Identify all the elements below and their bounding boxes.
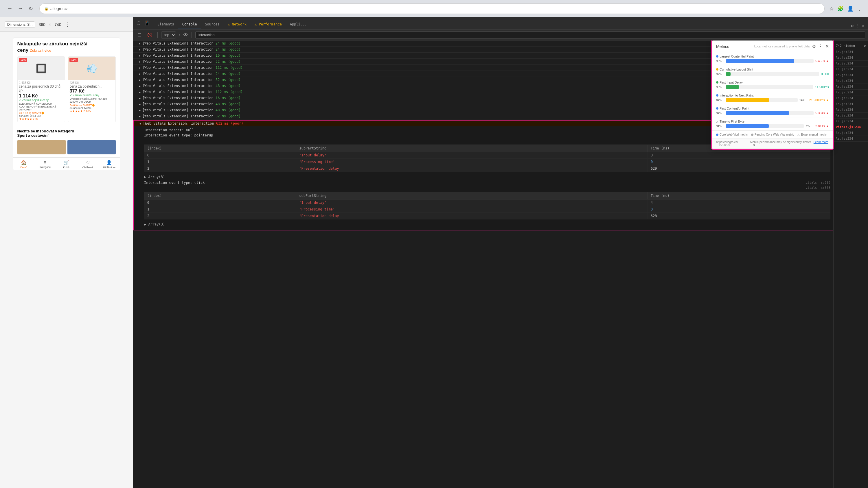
- device-icon[interactable]: 📱: [143, 19, 151, 27]
- context-selector[interactable]: top: [161, 32, 176, 38]
- expand-arrow-main[interactable]: ▼: [140, 122, 141, 125]
- metrics-controls: Local metrics compared to phone field da…: [754, 44, 829, 49]
- right-source-8[interactable]: ls.js:234: [834, 90, 868, 95]
- refresh-button[interactable]: ↻: [27, 5, 35, 13]
- profile-icon[interactable]: 👤: [847, 5, 854, 12]
- more-devtools-icon[interactable]: ⋮: [855, 22, 861, 29]
- nav-cart[interactable]: 🛒 Košík: [56, 160, 77, 169]
- right-source-9[interactable]: ls.js:234: [834, 95, 868, 101]
- expand-arrow-13[interactable]: ▶: [139, 115, 141, 118]
- expand-arrow-5[interactable]: ▶: [139, 66, 141, 69]
- right-source-10[interactable]: ls.js:234: [834, 101, 868, 107]
- tab-console[interactable]: Console: [178, 20, 201, 29]
- right-source-15[interactable]: ls.js:234: [834, 130, 868, 136]
- learn-more-link[interactable]: Learn more: [814, 140, 828, 144]
- log-text-4: [Web Vitals Extension] Interaction 32 ms…: [142, 60, 805, 64]
- lcp-dot: [716, 55, 718, 58]
- right-settings-icon[interactable]: ⚙: [864, 44, 866, 48]
- right-source-11[interactable]: ls.js:234: [834, 107, 868, 113]
- expand-arrow-8[interactable]: ▶: [139, 85, 141, 88]
- nav-buttons: ← → ↻: [6, 5, 35, 13]
- fcp-bar: [726, 111, 789, 115]
- ttfb-bar: [726, 124, 769, 128]
- right-source-13[interactable]: ls.js:234: [834, 119, 868, 124]
- device-dimensions-label[interactable]: Dimensions: S...: [5, 22, 35, 28]
- toolbar-more-icon[interactable]: ⋮: [65, 22, 70, 28]
- fid-dot: [716, 81, 718, 84]
- right-source-3[interactable]: ls.js:234: [834, 61, 868, 66]
- metrics-close-icon[interactable]: ✕: [825, 44, 829, 49]
- t1r0-time: 3: [648, 152, 830, 159]
- back-button[interactable]: ←: [6, 5, 14, 13]
- metrics-settings-icon[interactable]: ⚙: [812, 44, 816, 49]
- right-source-2[interactable]: ls.js:234: [834, 55, 868, 61]
- expand-arrow-6[interactable]: ▶: [139, 72, 141, 75]
- tab-performance[interactable]: ⚠ Performance: [251, 20, 286, 29]
- legend-experimental: △ Experimental metric: [797, 133, 826, 136]
- array-expand-1[interactable]: ▶ Array(3): [144, 174, 830, 180]
- extensions-icon[interactable]: 🧩: [837, 5, 844, 12]
- expand-arrow-7[interactable]: ▶: [139, 78, 141, 82]
- col2-header-1: subPartString: [296, 145, 648, 152]
- nav-categories[interactable]: ≡ Kategorie: [34, 160, 56, 169]
- nav-profile[interactable]: 👤 Přihlásit se: [98, 160, 120, 169]
- col1-header-1: (index): [144, 145, 296, 152]
- expand-arrow-10[interactable]: ▶: [139, 97, 141, 100]
- expand-arrow-4[interactable]: ▶: [139, 60, 141, 63]
- event-type-1-label: Interaction event type: pointerup: [144, 133, 213, 137]
- data-table-2: (index) subPartString Time (ms) 0 'Input…: [144, 192, 830, 220]
- right-source-6[interactable]: ls.js:234: [834, 78, 868, 84]
- metrics-title-area: Metrics: [716, 44, 729, 49]
- inp-value: 216.000ms ▲: [809, 98, 829, 102]
- forward-button[interactable]: →: [16, 5, 24, 13]
- metrics-more-icon[interactable]: ⋮: [818, 44, 823, 49]
- right-source-12[interactable]: ls.js:234: [834, 113, 868, 119]
- nav-home[interactable]: 🏠 Domů: [13, 160, 35, 169]
- tab-network[interactable]: ⚠ Network: [224, 20, 251, 29]
- cls-percentile: 97%: [716, 72, 724, 76]
- inspire-section: Nechte se inspirovat v kategoriiSport a …: [18, 126, 116, 154]
- expand-arrow-12[interactable]: ▶: [139, 109, 141, 112]
- devtools-panel: ⬡ 📱 Elements Console Sources ⚠ Network ⚠…: [133, 18, 868, 488]
- right-source-14[interactable]: vitals.js:234: [834, 124, 868, 130]
- filter-input[interactable]: [195, 32, 865, 38]
- right-source-16[interactable]: ls.js:234: [834, 136, 868, 142]
- event-type-2-label: Interaction event type: click: [144, 181, 205, 185]
- expand-arrow-11[interactable]: ▶: [139, 103, 141, 106]
- right-source-1[interactable]: ls.js:234: [834, 49, 868, 55]
- nav-cart-label: Košík: [63, 166, 70, 169]
- metric-ttfb: △ Time to First Byte 91% 7% 2.811s ▲: [712, 118, 833, 130]
- device-width[interactable]: 360: [38, 22, 45, 27]
- product-grid: 🔲 -22% 1 435 Kč cena za posledních 30 dn…: [18, 56, 116, 122]
- footer-left: https://allegro.cz/ 15:50:53: [716, 140, 750, 147]
- array-expand-2[interactable]: ▶ Array(3): [144, 221, 830, 228]
- guarantee-2: ✓ Záruka nejnižší ceny: [70, 94, 114, 97]
- right-source-5[interactable]: ls.js:234: [834, 72, 868, 78]
- eye-icon[interactable]: 👁: [183, 32, 188, 38]
- array-source-2: vitals.js:303: [806, 186, 830, 190]
- bookmark-icon[interactable]: ☆: [829, 5, 834, 12]
- tab-appli[interactable]: Appli...: [286, 20, 311, 29]
- inspect-icon[interactable]: ⬡: [135, 19, 142, 27]
- ttfb-value: 2.811s ▲: [815, 124, 829, 128]
- expand-arrow-9[interactable]: ▶: [139, 91, 141, 94]
- metric-lcp: Largest Contentful Paint 96% 5.455s ▲: [712, 52, 833, 65]
- t2r1-sub: 'Processing time': [296, 206, 648, 213]
- close-devtools-icon[interactable]: ✕: [861, 22, 866, 29]
- tab-sources[interactable]: Sources: [201, 20, 224, 29]
- nav-favorites[interactable]: ♡ Oblíbené: [77, 160, 98, 169]
- expand-arrow-1[interactable]: ▶: [139, 42, 141, 45]
- tab-elements[interactable]: Elements: [153, 20, 178, 29]
- clear-console[interactable]: 🚫: [146, 32, 154, 38]
- right-source-7[interactable]: ls.js:234: [834, 84, 868, 90]
- expand-arrow-2[interactable]: ▶: [139, 48, 141, 51]
- promo-link[interactable]: Zobrazit více: [30, 48, 51, 53]
- right-source-4[interactable]: ls.js:234: [834, 66, 868, 72]
- footer-settings-icon[interactable]: ⚙: [752, 144, 755, 147]
- settings-icon[interactable]: ⚙: [850, 22, 855, 29]
- expand-arrow-3[interactable]: ▶: [139, 54, 141, 57]
- more-icon[interactable]: ⋮: [857, 5, 862, 12]
- device-height[interactable]: 740: [54, 22, 61, 27]
- address-bar[interactable]: 🔒 allegro.cz: [39, 3, 825, 14]
- sidebar-toggle[interactable]: ☰: [136, 32, 143, 38]
